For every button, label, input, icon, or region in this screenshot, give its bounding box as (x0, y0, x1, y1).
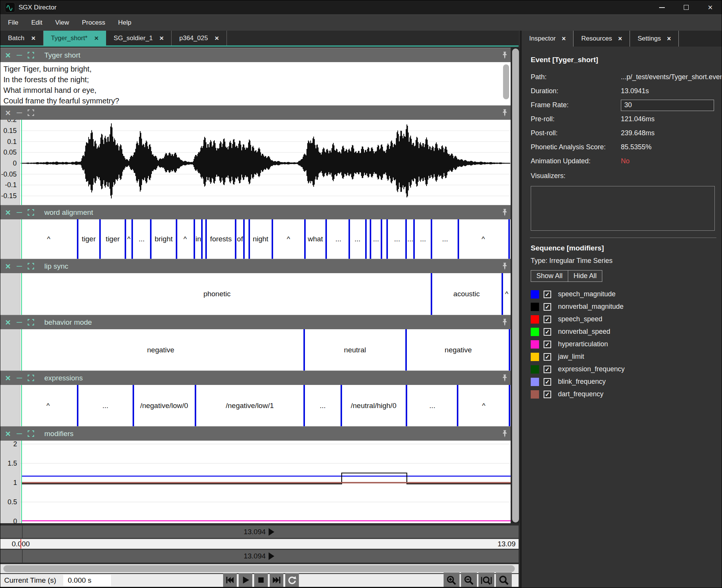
pin-icon[interactable] (502, 52, 508, 59)
close-window-icon[interactable]: × (698, 0, 722, 14)
tab-close-icon[interactable]: × (94, 34, 98, 42)
segment-boundary[interactable] (131, 219, 133, 259)
segment-boundary[interactable] (406, 385, 407, 426)
segment-boundary[interactable] (194, 219, 195, 259)
segment-boundary[interactable] (348, 219, 350, 259)
tab-sg-soldier-1[interactable]: SG_soldier_1× (106, 31, 172, 45)
segment-boundary[interactable] (133, 385, 134, 426)
menu-item-process[interactable]: Process (77, 15, 110, 31)
pin-icon[interactable] (502, 319, 508, 326)
panel-maximize-icon[interactable] (27, 108, 34, 117)
show-all-button[interactable]: Show All (531, 270, 568, 282)
minimize-window-icon[interactable] (650, 0, 674, 14)
skip-start-button[interactable] (223, 573, 237, 587)
playhead-line[interactable] (21, 120, 22, 205)
panel-minimize-icon[interactable]: ─ (16, 318, 23, 327)
playhead-line[interactable] (21, 441, 22, 523)
sidebar-tab-inspector[interactable]: Inspector× (522, 31, 574, 47)
segment-boundary[interactable] (150, 219, 152, 259)
pin-icon[interactable] (502, 109, 508, 117)
panel-maximize-icon[interactable] (27, 374, 34, 383)
timeline-slider-bottom[interactable]: 13.094 (0, 550, 519, 563)
panel-minimize-icon[interactable]: ─ (16, 51, 23, 60)
tab-p364-025[interactable]: p364_025× (172, 31, 227, 45)
zoom-in-button[interactable] (444, 572, 459, 588)
visibility-checkbox[interactable]: ✓ (544, 391, 551, 398)
segment-boundary[interactable] (458, 219, 459, 259)
loop-button[interactable] (285, 573, 299, 587)
segment-boundary[interactable] (176, 219, 177, 259)
panel-close-icon[interactable]: × (4, 262, 12, 271)
pin-icon[interactable] (502, 209, 508, 216)
visualizers-box[interactable] (531, 186, 715, 231)
segment-boundary[interactable] (201, 219, 203, 259)
zoom-fit-button[interactable] (496, 572, 512, 588)
timeline-hscrollbar-thumb[interactable] (3, 565, 515, 572)
menu-item-file[interactable]: File (3, 15, 23, 31)
frame-rate-input[interactable] (621, 100, 714, 111)
visibility-checkbox[interactable]: ✓ (544, 353, 551, 361)
waveform-track[interactable]: 0.20.150.10.050-0.05-0.1-0.15 (0, 120, 511, 205)
segment-boundary[interactable] (99, 219, 101, 259)
segment-boundary[interactable] (303, 329, 305, 371)
current-time-input[interactable] (63, 575, 111, 586)
segment-boundary[interactable] (370, 219, 371, 259)
panel-close-icon[interactable]: × (4, 374, 12, 383)
zoom-selection-button[interactable] (478, 572, 494, 588)
expressions-track[interactable]: ^.../negative/low/0/negative/low/1.../ne… (0, 385, 511, 426)
panel-maximize-icon[interactable] (27, 262, 34, 271)
panel-close-icon[interactable]: × (4, 318, 12, 327)
tab-close-icon[interactable]: × (215, 34, 219, 42)
sidebar-tab-close-icon[interactable]: × (667, 35, 671, 43)
segment-boundary[interactable] (272, 219, 273, 259)
menu-item-edit[interactable]: Edit (26, 15, 47, 31)
segment-boundary[interactable] (341, 385, 342, 426)
panel-maximize-icon[interactable] (27, 208, 34, 217)
tab-batch[interactable]: Batch× (0, 31, 44, 45)
menu-item-view[interactable]: View (50, 15, 75, 31)
segment-boundary[interactable] (195, 385, 196, 426)
timeline-range-bar[interactable]: 0.000 13.09 (0, 539, 519, 549)
playhead-line[interactable] (21, 329, 22, 371)
word-alignment-track[interactable]: ^tigertiger^...bright^inforestsofnight^w… (0, 219, 511, 259)
segment-boundary[interactable] (235, 219, 236, 259)
sidebar-tab-close-icon[interactable]: × (618, 35, 622, 43)
segment-boundary[interactable] (243, 219, 245, 259)
segment-boundary[interactable] (381, 219, 382, 259)
sidebar-tab-close-icon[interactable]: × (562, 35, 566, 43)
visibility-checkbox[interactable]: ✓ (544, 341, 551, 348)
tab-tyger-short-[interactable]: Tyger_short*× (44, 31, 106, 45)
panel-minimize-icon[interactable]: ─ (16, 108, 23, 117)
panels-scrollbar-thumb[interactable] (512, 48, 519, 522)
tab-close-icon[interactable]: × (159, 34, 164, 42)
visibility-checkbox[interactable]: ✓ (544, 366, 551, 373)
panel-minimize-icon[interactable]: ─ (16, 374, 23, 383)
panel-close-icon[interactable]: × (4, 108, 12, 117)
sidebar-tab-settings[interactable]: Settings× (630, 31, 679, 47)
segment-boundary[interactable] (457, 385, 458, 426)
segment-boundary[interactable] (303, 385, 305, 426)
pin-icon[interactable] (502, 263, 508, 270)
segment-boundary[interactable] (405, 329, 407, 371)
segment-boundary[interactable] (77, 385, 78, 426)
stop-button[interactable] (254, 573, 268, 587)
panels-scrollbar[interactable] (511, 48, 520, 523)
panel-close-icon[interactable]: × (4, 51, 12, 60)
maximize-window-icon[interactable] (674, 0, 698, 14)
menu-item-help[interactable]: Help (113, 15, 137, 31)
timeline-hscrollbar[interactable] (0, 564, 519, 573)
panel-maximize-icon[interactable] (27, 51, 34, 60)
segment-boundary[interactable] (502, 273, 503, 315)
transcript-scrollbar[interactable] (503, 64, 509, 99)
timeline-slider-top[interactable]: 13.094 (0, 525, 519, 538)
playhead-line[interactable] (21, 273, 22, 315)
segment-boundary[interactable] (365, 219, 367, 259)
segment-boundary[interactable] (413, 219, 415, 259)
slider-play-marker-icon[interactable] (269, 528, 274, 536)
hide-all-button[interactable]: Hide All (568, 270, 602, 282)
panel-minimize-icon[interactable]: ─ (16, 429, 23, 438)
segment-boundary[interactable] (508, 219, 510, 259)
segment-boundary[interactable] (325, 219, 327, 259)
panel-minimize-icon[interactable]: ─ (16, 262, 23, 271)
modifiers-plot[interactable]: 21.510.50 (0, 441, 511, 523)
